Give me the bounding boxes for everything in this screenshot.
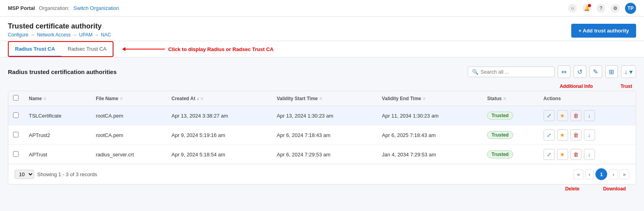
- cell-validity-end-2: Apr 6, 2025 7:18:43 am: [377, 125, 482, 145]
- cell-validity-end-1: Apr 11, 2034 1:30:23 am: [377, 106, 482, 125]
- breadcrumb-upam[interactable]: UPAM: [79, 32, 93, 38]
- top-nav-right: ○ 🔔 ? ⚙ TP: [568, 3, 636, 14]
- th-created-at: Created At ↓ ≡: [167, 91, 272, 106]
- delete-btn-3[interactable]: 🗑: [570, 149, 582, 160]
- row-checkbox-1[interactable]: [13, 112, 19, 118]
- annotation-arrow: [125, 49, 165, 49]
- notification-icon[interactable]: 🔔: [582, 4, 591, 13]
- column-annotations: Additional Info Trust: [8, 84, 636, 89]
- user-avatar[interactable]: TP: [625, 3, 636, 14]
- th-status: Status ≡: [482, 91, 538, 106]
- status-badge-2: Trusted: [487, 131, 513, 139]
- section-header: Radius trusted certification authorities…: [8, 65, 636, 78]
- row-checkbox-2[interactable]: [13, 132, 19, 137]
- download-btn-2[interactable]: ↓: [584, 129, 595, 141]
- tabs-highlight-box: Radius Trust CA Radsec Trust CA: [8, 41, 113, 57]
- breadcrumb-nac[interactable]: NAC: [101, 32, 111, 38]
- expand-btn-3[interactable]: ⤢: [544, 149, 555, 160]
- last-page-button[interactable]: »: [619, 169, 629, 179]
- brand-label: MSP Portal: [8, 5, 35, 11]
- download-annotation: Download: [603, 186, 626, 192]
- cell-filename-2: rootCA.pem: [91, 125, 166, 145]
- breadcrumb-network-access[interactable]: Network Access: [37, 32, 70, 38]
- page-header-left: Trusted certificate authority Configure …: [8, 22, 111, 41]
- delete-btn-1[interactable]: 🗑: [570, 110, 582, 121]
- refresh-button[interactable]: ↺: [574, 65, 586, 78]
- th-name-menu-icon[interactable]: ≡: [43, 96, 46, 101]
- cell-name-3: APTrust: [24, 145, 91, 164]
- cell-filename-3: radius_server.crt: [91, 145, 166, 164]
- help-icon[interactable]: ?: [597, 4, 605, 13]
- status-badge-1: Trusted: [487, 112, 513, 120]
- star-btn-2[interactable]: ★: [557, 129, 568, 141]
- delete-btn-2[interactable]: 🗑: [570, 129, 582, 141]
- expand-columns-button[interactable]: ⇔: [558, 65, 570, 78]
- cell-actions-3: ⤢ ★ 🗑 ↓: [539, 145, 636, 164]
- toolbar: 🔍 ⇔ ↺ ✎ ⊞ ↓ ▾: [468, 65, 636, 78]
- row-checkbox-3[interactable]: [13, 151, 19, 157]
- th-created-menu-icon[interactable]: ≡: [200, 96, 203, 101]
- cell-status-1: Trusted: [482, 106, 538, 125]
- cell-validity-end-3: Jan 4, 2034 7:29:53 am: [377, 145, 482, 164]
- table-row: APTrust radius_server.crt Apr 9, 2024 5:…: [8, 145, 636, 164]
- add-trust-authority-button[interactable]: + Add trust authority: [571, 24, 636, 38]
- page-title: Trusted certificate authority: [8, 22, 111, 30]
- cell-validity-start-1: Apr 13, 2024 1:30:23 am: [272, 106, 377, 125]
- expand-btn-1[interactable]: ⤢: [544, 110, 555, 121]
- cell-status-2: Trusted: [482, 125, 538, 145]
- star-btn-1[interactable]: ★: [557, 110, 568, 121]
- cell-actions-2: ⤢ ★ 🗑 ↓: [539, 125, 636, 145]
- first-page-button[interactable]: «: [574, 169, 584, 179]
- cell-checkbox-3: [8, 145, 24, 164]
- cell-validity-start-3: Apr 6, 2024 7:29:53 am: [272, 145, 377, 164]
- page-navigation: « ‹ 1 › »: [574, 168, 629, 180]
- breadcrumb: Configure – Network Access – UPAM – NAC: [8, 32, 111, 38]
- search-icon: 🔍: [472, 69, 478, 75]
- main-content: Radius trusted certification authorities…: [0, 57, 644, 200]
- breadcrumb-configure[interactable]: Configure: [8, 32, 28, 38]
- th-validity-start-menu-icon[interactable]: ≡: [319, 96, 322, 101]
- cell-name-2: APTrust2: [24, 125, 91, 145]
- columns-button[interactable]: ⊞: [605, 65, 618, 78]
- per-page-selector: 10 25 50 Showing 1 - 3 of 3 records: [15, 170, 97, 179]
- top-nav-left: MSP Portal Organization: Switch Organiza…: [8, 5, 119, 11]
- switch-org-link[interactable]: Switch Organization: [74, 5, 119, 11]
- top-nav: MSP Portal Organization: Switch Organiza…: [0, 0, 644, 17]
- page-1-button[interactable]: 1: [595, 168, 607, 180]
- table-body: TSLCertificate rootCA.pem Apr 13, 2024 3…: [8, 106, 636, 164]
- settings-icon[interactable]: ⚙: [611, 4, 619, 13]
- search-box[interactable]: 🔍: [468, 67, 555, 77]
- search-nav-icon[interactable]: ○: [568, 4, 577, 13]
- per-page-select[interactable]: 10 25 50: [15, 170, 34, 179]
- cell-validity-start-2: Apr 6, 2024 7:18:43 am: [272, 125, 377, 145]
- notification-dot: [588, 4, 591, 7]
- cell-created-1: Apr 13, 2024 3:38:27 am: [167, 106, 272, 125]
- table-wrapper: Name ≡ File Name ≡ Created At ↓ ≡: [8, 91, 636, 184]
- download-btn-1[interactable]: ↓: [584, 110, 595, 121]
- edit-button[interactable]: ✎: [589, 65, 602, 78]
- tab-radsec-trust-ca[interactable]: Radsec Trust CA: [61, 42, 113, 57]
- search-input[interactable]: [481, 69, 550, 75]
- th-filename-menu-icon[interactable]: ≡: [120, 96, 123, 101]
- th-checkbox: [8, 91, 24, 106]
- pagination-row: 10 25 50 Showing 1 - 3 of 3 records « ‹ …: [8, 164, 636, 184]
- next-page-button[interactable]: ›: [609, 169, 618, 179]
- th-actions: Actions: [539, 91, 636, 106]
- row-actions-3: ⤢ ★ 🗑 ↓: [544, 149, 631, 160]
- toolbar-download-button[interactable]: ↓ ▾: [621, 65, 636, 78]
- certificates-table: Name ≡ File Name ≡ Created At ↓ ≡: [8, 91, 636, 164]
- prev-page-button[interactable]: ‹: [585, 169, 594, 179]
- star-btn-3[interactable]: ★: [557, 149, 568, 160]
- page-header: Trusted certificate authority Configure …: [0, 17, 644, 41]
- cell-created-3: Apr 9, 2024 5:18:54 am: [167, 145, 272, 164]
- download-btn-3[interactable]: ↓: [584, 149, 595, 160]
- th-status-menu-icon[interactable]: ≡: [503, 96, 506, 101]
- tab-radius-trust-ca[interactable]: Radius Trust CA: [9, 42, 61, 57]
- table-row: APTrust2 rootCA.pem Apr 9, 2024 5:19:16 …: [8, 125, 636, 145]
- select-all-checkbox[interactable]: [13, 95, 19, 101]
- bottom-annotations: Delete Download: [8, 184, 636, 192]
- expand-btn-2[interactable]: ⤢: [544, 129, 555, 141]
- tab-annotation-label: Click to display Radius or Radsec Trust …: [168, 46, 274, 52]
- th-validity-end-menu-icon[interactable]: ≡: [423, 96, 425, 101]
- row-actions-1: ⤢ ★ 🗑 ↓: [544, 110, 631, 121]
